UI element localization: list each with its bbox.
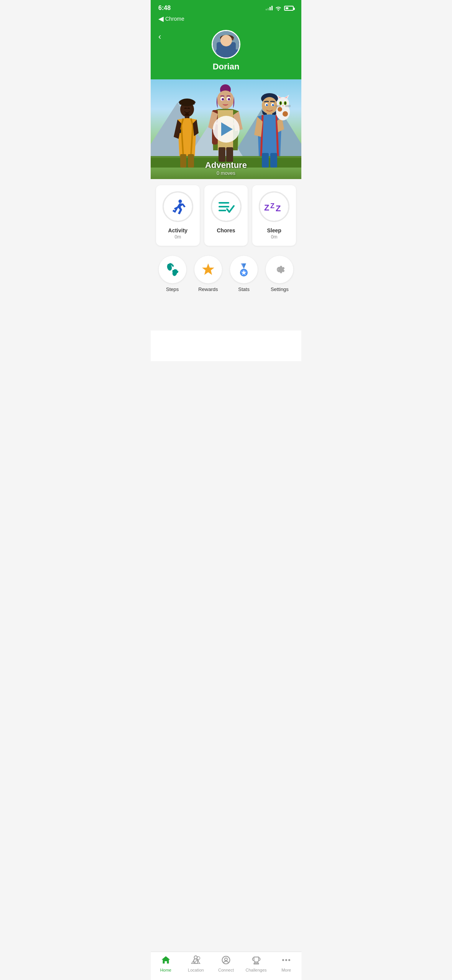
steps-item[interactable]: Steps	[157, 256, 188, 292]
play-button[interactable]	[213, 116, 240, 143]
svg-text:Z: Z	[270, 202, 274, 210]
chrome-nav: ◀ Chrome	[151, 14, 301, 26]
adventure-banner[interactable]: Adventure 0 moves	[151, 79, 301, 179]
svg-point-8	[228, 42, 230, 43]
sleep-value: 0m	[271, 234, 278, 240]
activity-value: 0m	[175, 234, 181, 240]
profile-header: ‹	[151, 26, 301, 79]
svg-point-60	[178, 200, 182, 203]
svg-rect-20	[180, 154, 186, 168]
activity-circle	[163, 191, 193, 222]
svg-rect-2	[220, 38, 233, 40]
settings-gear-icon	[272, 262, 287, 277]
status-bar: 6:48	[151, 0, 301, 14]
status-time: 6:48	[158, 5, 171, 12]
sleep-zzz-icon: Z Z Z	[263, 200, 285, 214]
play-icon	[221, 122, 233, 136]
svg-rect-33	[226, 147, 233, 162]
sleep-circle: Z Z Z	[259, 191, 289, 222]
avatar-image	[213, 31, 239, 58]
adventure-info: Adventure 0 moves	[205, 160, 247, 176]
settings-item[interactable]: Settings	[264, 256, 295, 292]
svg-point-50	[285, 102, 286, 105]
settings-circle	[266, 256, 293, 283]
activity-card[interactable]: Activity 0m	[156, 185, 200, 246]
activity-run-icon	[169, 198, 186, 215]
status-icons	[266, 6, 294, 11]
activity-label: Activity	[168, 227, 188, 233]
svg-marker-77	[202, 263, 214, 275]
svg-point-7	[224, 42, 225, 43]
svg-text:Z: Z	[276, 204, 281, 213]
svg-point-15	[185, 113, 189, 116]
stats-label: Stats	[238, 286, 250, 292]
back-button[interactable]: ‹	[158, 32, 161, 42]
chores-icon	[218, 200, 235, 214]
svg-point-28	[223, 99, 224, 100]
svg-rect-32	[219, 147, 225, 162]
adventure-title: Adventure	[205, 160, 247, 170]
chores-card[interactable]: Chores	[204, 185, 248, 246]
chores-label: Chores	[217, 227, 235, 233]
sleep-card[interactable]: Z Z Z Sleep 0m	[252, 185, 296, 246]
stats-item[interactable]: Stats	[228, 256, 259, 292]
steps-label: Steps	[166, 286, 179, 292]
avatar-svg	[213, 31, 239, 58]
svg-rect-5	[216, 49, 221, 53]
rewards-label: Rewards	[198, 286, 218, 292]
svg-rect-21	[188, 154, 194, 168]
svg-point-23	[217, 90, 234, 109]
adventure-moves: 0 moves	[205, 170, 247, 176]
svg-point-57	[283, 111, 288, 117]
rewards-item[interactable]: Rewards	[193, 256, 224, 292]
svg-rect-6	[233, 49, 238, 53]
play-button-overlay[interactable]	[213, 116, 240, 143]
stats-circle	[230, 256, 258, 283]
wifi-icon	[275, 6, 282, 11]
svg-text:Z: Z	[264, 203, 269, 212]
svg-point-38	[266, 104, 268, 106]
svg-rect-59	[270, 153, 277, 168]
chrome-back-icon: ◀	[158, 15, 164, 23]
quick-actions: Steps Rewards	[151, 252, 301, 300]
svg-rect-4	[220, 49, 234, 58]
svg-point-49	[280, 102, 281, 105]
svg-point-14	[179, 99, 195, 106]
chrome-label: Chrome	[165, 16, 184, 22]
svg-point-29	[229, 99, 230, 100]
sleep-label: Sleep	[267, 227, 281, 233]
battery-icon	[284, 6, 294, 11]
steps-icon	[165, 262, 180, 277]
avatar[interactable]	[212, 30, 240, 59]
steps-circle	[159, 256, 186, 283]
svg-point-39	[272, 104, 274, 106]
svg-rect-0	[213, 31, 239, 58]
user-name: Dorian	[213, 62, 240, 72]
svg-point-56	[278, 107, 282, 112]
stats-medal-icon	[236, 262, 251, 277]
rewards-star-icon	[201, 262, 216, 277]
chores-circle	[211, 191, 242, 222]
settings-label: Settings	[271, 286, 289, 292]
cards-row: Activity 0m Chores	[151, 179, 301, 252]
svg-point-3	[222, 38, 232, 50]
signal-icon	[266, 6, 273, 10]
rewards-circle	[194, 256, 222, 283]
svg-rect-58	[262, 153, 269, 168]
